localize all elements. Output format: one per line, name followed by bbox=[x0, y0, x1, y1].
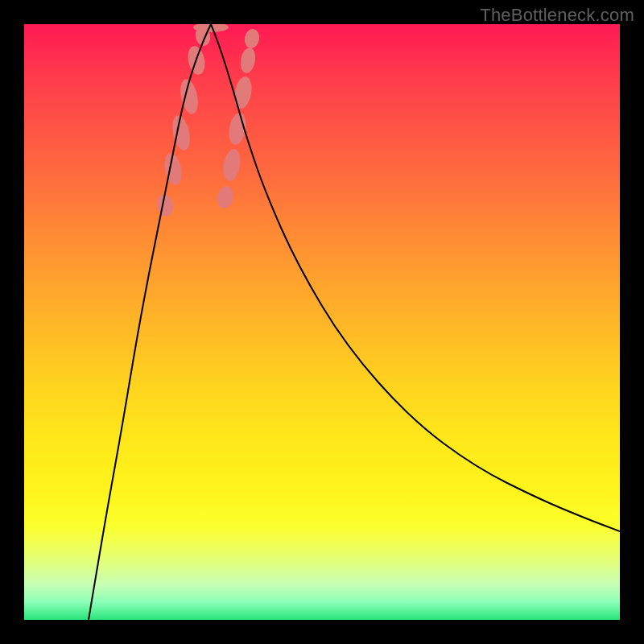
right-curve bbox=[211, 24, 620, 531]
curve-layer bbox=[24, 24, 620, 620]
watermark-label: TheBottleneck.com bbox=[480, 5, 634, 26]
curve-group bbox=[89, 24, 620, 620]
right-markers-5 bbox=[243, 28, 261, 50]
marker-group bbox=[155, 24, 261, 218]
right-markers-1 bbox=[221, 148, 243, 183]
right-markers-4 bbox=[238, 47, 257, 75]
right-markers-0 bbox=[216, 184, 236, 209]
chart-frame: TheBottleneck.com bbox=[0, 0, 644, 644]
right-markers-3 bbox=[233, 76, 254, 110]
left-markers-2 bbox=[170, 114, 193, 151]
plot-area bbox=[24, 24, 620, 620]
